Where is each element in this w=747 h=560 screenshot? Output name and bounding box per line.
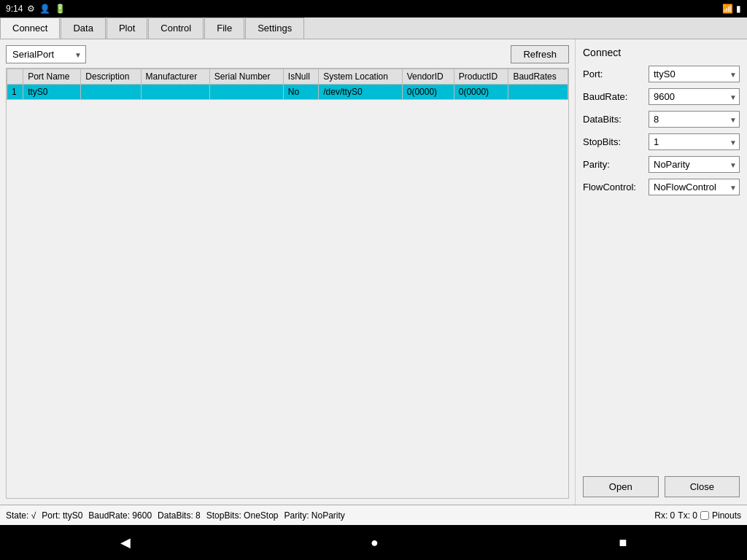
android-nav-bar: ◀ ● ■ (0, 525, 747, 560)
field-select-5[interactable]: NoFlowControlHardwareControlSoftwareCont… (649, 179, 740, 195)
tab-settings[interactable]: Settings (245, 18, 304, 39)
col-header-index (7, 69, 23, 85)
status-bar-left: 9:14 ⚙ 👤 🔋 (6, 4, 66, 14)
table-cell: 0(0000) (402, 85, 454, 100)
tab-control[interactable]: Control (148, 18, 204, 39)
field-select-0[interactable]: ttyS0ttyS1ttyUSB0 (649, 66, 740, 82)
status-bar-right: 📶 ▮ (722, 4, 741, 14)
settings-icon: ⚙ (27, 4, 35, 14)
field-select-3[interactable]: 11.52 (649, 133, 740, 150)
col-header-description: Description (81, 69, 141, 85)
port-type-select[interactable]: SerialPort TCP UDP (6, 45, 86, 63)
port-table: Port Name Description Manufacturer Seria… (7, 69, 568, 100)
nav-home-button[interactable]: ● (353, 529, 396, 556)
databits-status: DataBits: 8 (158, 510, 201, 521)
open-button[interactable]: Open (583, 476, 659, 497)
toolbar: SerialPort TCP UDP ▼ Refresh (6, 45, 569, 63)
table-header-row: Port Name Description Manufacturer Seria… (7, 69, 568, 85)
left-panel: SerialPort TCP UDP ▼ Refresh Port Name D (0, 39, 576, 505)
field-row-2: DataBits:5678▼ (583, 111, 740, 128)
table-body: 1ttyS0No/dev/ttyS00(0000)0(0000) (7, 85, 568, 100)
table-cell (81, 85, 141, 100)
wifi-icon: 📶 (722, 4, 733, 14)
refresh-button[interactable]: Refresh (511, 45, 569, 63)
status-bar: 9:14 ⚙ 👤 🔋 📶 ▮ (0, 0, 747, 18)
fields-container: Port:ttyS0ttyS1ttyUSB0▼BaudRate:12002400… (583, 66, 740, 201)
col-header-location: System Location (319, 69, 403, 85)
port-status: Port: ttyS0 (42, 510, 82, 521)
pinouts-checkbox[interactable] (700, 511, 709, 520)
table-row[interactable]: 1ttyS0No/dev/ttyS00(0000)0(0000) (7, 85, 568, 100)
field-label-2: DataBits: (583, 114, 649, 125)
state-label: State: √ (6, 510, 36, 521)
table-cell: 0(0000) (454, 85, 508, 100)
nav-back-button[interactable]: ◀ (103, 529, 148, 556)
field-label-5: FlowControl: (583, 182, 649, 192)
field-select-1[interactable]: 1200240048009600192003840057600115200 (649, 88, 740, 105)
tab-connect[interactable]: Connect (0, 18, 60, 39)
stopbits-status: StopBits: OneStop (206, 510, 279, 521)
table-cell: /dev/ttyS0 (319, 85, 403, 100)
battery-icon: ▮ (736, 4, 741, 14)
col-header-serial-number: Serial Number (209, 69, 283, 85)
field-select-2[interactable]: 5678 (649, 111, 740, 128)
table-cell (141, 85, 209, 100)
tab-file[interactable]: File (204, 18, 244, 39)
table-cell: No (283, 85, 318, 100)
parity-status: Parity: NoParity (285, 510, 345, 521)
col-header-baudrates: BaudRates (508, 69, 568, 85)
close-button[interactable]: Close (665, 476, 740, 497)
button-row: Open Close (583, 469, 740, 497)
field-select-wrapper-5: NoFlowControlHardwareControlSoftwareCont… (649, 179, 740, 195)
nav-recent-button[interactable]: ■ (601, 529, 644, 556)
field-row-5: FlowControl:NoFlowControlHardwareControl… (583, 179, 740, 195)
field-label-3: StopBits: (583, 136, 649, 147)
field-row-4: Parity:NoParityEvenParityOddParity▼ (583, 156, 740, 173)
app-container: Connect Data Plot Control File Settings … (0, 18, 747, 525)
field-select-wrapper-3: 11.52▼ (649, 133, 740, 150)
field-select-wrapper-4: NoParityEvenParityOddParity▼ (649, 156, 740, 173)
field-select-wrapper-2: 5678▼ (649, 111, 740, 128)
field-row-1: BaudRate:1200240048009600192003840057600… (583, 88, 740, 105)
right-panel-title: Connect (583, 47, 740, 58)
table-cell: 1 (7, 85, 23, 100)
field-select-wrapper-0: ttyS0ttyS1ttyUSB0▼ (649, 66, 740, 82)
field-row-3: StopBits:11.52▼ (583, 133, 740, 150)
pinouts-label: Pinouts (712, 510, 741, 521)
field-select-wrapper-1: 1200240048009600192003840057600115200▼ (649, 88, 740, 105)
port-type-wrapper: SerialPort TCP UDP ▼ (6, 45, 86, 63)
table-cell: ttyS0 (23, 85, 81, 100)
col-header-vendorid: VendorID (402, 69, 454, 85)
bottom-bar: State: √ Port: ttyS0 BaudRate: 9600 Data… (0, 505, 747, 525)
profile-icon: 👤 (39, 4, 50, 14)
table-cell (508, 85, 568, 100)
field-select-4[interactable]: NoParityEvenParityOddParity (649, 156, 740, 173)
col-header-productid: ProductID (454, 69, 508, 85)
bottom-bar-right: Rx: 0 Tx: 0 Pinouts (654, 510, 741, 521)
tx-count: Tx: 0 (678, 510, 697, 521)
tab-plot[interactable]: Plot (107, 18, 147, 39)
battery-charging-icon: 🔋 (55, 4, 66, 14)
field-label-1: BaudRate: (583, 91, 649, 102)
status-time: 9:14 (6, 4, 23, 14)
field-label-4: Parity: (583, 159, 649, 170)
table-cell (209, 85, 283, 100)
col-header-port-name: Port Name (23, 69, 81, 85)
tab-bar: Connect Data Plot Control File Settings (0, 18, 747, 39)
content-area: SerialPort TCP UDP ▼ Refresh Port Name D (0, 39, 747, 505)
baudrate-status: BaudRate: 9600 (88, 510, 152, 521)
tab-data[interactable]: Data (61, 18, 105, 39)
field-label-0: Port: (583, 69, 649, 79)
col-header-isnull: IsNull (283, 69, 318, 85)
right-panel: Connect Port:ttyS0ttyS1ttyUSB0▼BaudRate:… (576, 39, 747, 505)
field-row-0: Port:ttyS0ttyS1ttyUSB0▼ (583, 66, 740, 82)
rx-count: Rx: 0 (654, 510, 675, 521)
col-header-manufacturer: Manufacturer (141, 69, 209, 85)
port-table-container: Port Name Description Manufacturer Seria… (6, 68, 569, 499)
